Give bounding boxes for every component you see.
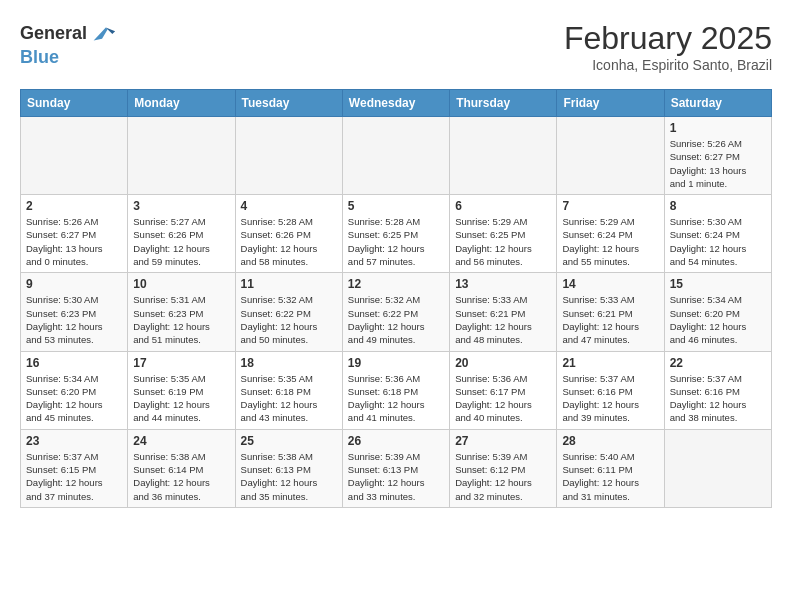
calendar-cell <box>128 117 235 195</box>
day-info: Sunrise: 5:38 AM Sunset: 6:13 PM Dayligh… <box>241 450 337 503</box>
title-area: February 2025 Iconha, Espirito Santo, Br… <box>564 20 772 73</box>
day-number: 4 <box>241 199 337 213</box>
calendar-cell: 10Sunrise: 5:31 AM Sunset: 6:23 PM Dayli… <box>128 273 235 351</box>
day-number: 27 <box>455 434 551 448</box>
day-info: Sunrise: 5:39 AM Sunset: 6:12 PM Dayligh… <box>455 450 551 503</box>
logo: General Blue <box>20 20 117 68</box>
calendar-cell <box>342 117 449 195</box>
day-info: Sunrise: 5:29 AM Sunset: 6:25 PM Dayligh… <box>455 215 551 268</box>
calendar-cell: 14Sunrise: 5:33 AM Sunset: 6:21 PM Dayli… <box>557 273 664 351</box>
day-number: 6 <box>455 199 551 213</box>
day-info: Sunrise: 5:26 AM Sunset: 6:27 PM Dayligh… <box>26 215 122 268</box>
day-number: 3 <box>133 199 229 213</box>
calendar-cell <box>235 117 342 195</box>
day-info: Sunrise: 5:39 AM Sunset: 6:13 PM Dayligh… <box>348 450 444 503</box>
calendar-cell: 12Sunrise: 5:32 AM Sunset: 6:22 PM Dayli… <box>342 273 449 351</box>
day-number: 28 <box>562 434 658 448</box>
calendar-cell <box>450 117 557 195</box>
day-info: Sunrise: 5:35 AM Sunset: 6:18 PM Dayligh… <box>241 372 337 425</box>
day-number: 24 <box>133 434 229 448</box>
day-info: Sunrise: 5:30 AM Sunset: 6:24 PM Dayligh… <box>670 215 766 268</box>
day-number: 17 <box>133 356 229 370</box>
day-info: Sunrise: 5:33 AM Sunset: 6:21 PM Dayligh… <box>455 293 551 346</box>
calendar-cell: 21Sunrise: 5:37 AM Sunset: 6:16 PM Dayli… <box>557 351 664 429</box>
calendar-cell: 8Sunrise: 5:30 AM Sunset: 6:24 PM Daylig… <box>664 195 771 273</box>
day-number: 13 <box>455 277 551 291</box>
calendar-cell: 5Sunrise: 5:28 AM Sunset: 6:25 PM Daylig… <box>342 195 449 273</box>
calendar-cell <box>21 117 128 195</box>
day-number: 12 <box>348 277 444 291</box>
calendar-header-row: SundayMondayTuesdayWednesdayThursdayFrid… <box>21 90 772 117</box>
calendar-week-3: 9Sunrise: 5:30 AM Sunset: 6:23 PM Daylig… <box>21 273 772 351</box>
calendar-cell: 26Sunrise: 5:39 AM Sunset: 6:13 PM Dayli… <box>342 429 449 507</box>
calendar-cell: 7Sunrise: 5:29 AM Sunset: 6:24 PM Daylig… <box>557 195 664 273</box>
day-number: 5 <box>348 199 444 213</box>
calendar-cell: 15Sunrise: 5:34 AM Sunset: 6:20 PM Dayli… <box>664 273 771 351</box>
day-info: Sunrise: 5:34 AM Sunset: 6:20 PM Dayligh… <box>26 372 122 425</box>
day-number: 15 <box>670 277 766 291</box>
month-title: February 2025 <box>564 20 772 57</box>
day-number: 21 <box>562 356 658 370</box>
day-number: 11 <box>241 277 337 291</box>
day-number: 2 <box>26 199 122 213</box>
location-subtitle: Iconha, Espirito Santo, Brazil <box>564 57 772 73</box>
day-info: Sunrise: 5:26 AM Sunset: 6:27 PM Dayligh… <box>670 137 766 190</box>
calendar-cell <box>664 429 771 507</box>
day-info: Sunrise: 5:40 AM Sunset: 6:11 PM Dayligh… <box>562 450 658 503</box>
calendar-cell: 18Sunrise: 5:35 AM Sunset: 6:18 PM Dayli… <box>235 351 342 429</box>
day-info: Sunrise: 5:37 AM Sunset: 6:15 PM Dayligh… <box>26 450 122 503</box>
day-number: 20 <box>455 356 551 370</box>
weekday-header-friday: Friday <box>557 90 664 117</box>
calendar-cell: 16Sunrise: 5:34 AM Sunset: 6:20 PM Dayli… <box>21 351 128 429</box>
day-info: Sunrise: 5:30 AM Sunset: 6:23 PM Dayligh… <box>26 293 122 346</box>
day-number: 18 <box>241 356 337 370</box>
calendar-cell: 4Sunrise: 5:28 AM Sunset: 6:26 PM Daylig… <box>235 195 342 273</box>
day-info: Sunrise: 5:34 AM Sunset: 6:20 PM Dayligh… <box>670 293 766 346</box>
day-number: 8 <box>670 199 766 213</box>
calendar-cell: 1Sunrise: 5:26 AM Sunset: 6:27 PM Daylig… <box>664 117 771 195</box>
weekday-header-wednesday: Wednesday <box>342 90 449 117</box>
day-number: 9 <box>26 277 122 291</box>
calendar-cell: 6Sunrise: 5:29 AM Sunset: 6:25 PM Daylig… <box>450 195 557 273</box>
weekday-header-tuesday: Tuesday <box>235 90 342 117</box>
day-number: 23 <box>26 434 122 448</box>
day-info: Sunrise: 5:36 AM Sunset: 6:18 PM Dayligh… <box>348 372 444 425</box>
calendar-cell: 23Sunrise: 5:37 AM Sunset: 6:15 PM Dayli… <box>21 429 128 507</box>
day-info: Sunrise: 5:31 AM Sunset: 6:23 PM Dayligh… <box>133 293 229 346</box>
calendar-week-2: 2Sunrise: 5:26 AM Sunset: 6:27 PM Daylig… <box>21 195 772 273</box>
svg-marker-1 <box>106 27 115 34</box>
day-number: 19 <box>348 356 444 370</box>
calendar-cell: 28Sunrise: 5:40 AM Sunset: 6:11 PM Dayli… <box>557 429 664 507</box>
page-header: General Blue February 2025 Iconha, Espir… <box>20 20 772 73</box>
day-number: 7 <box>562 199 658 213</box>
weekday-header-thursday: Thursday <box>450 90 557 117</box>
calendar-week-1: 1Sunrise: 5:26 AM Sunset: 6:27 PM Daylig… <box>21 117 772 195</box>
logo-icon <box>89 20 117 48</box>
calendar-table: SundayMondayTuesdayWednesdayThursdayFrid… <box>20 89 772 508</box>
day-info: Sunrise: 5:29 AM Sunset: 6:24 PM Dayligh… <box>562 215 658 268</box>
day-info: Sunrise: 5:37 AM Sunset: 6:16 PM Dayligh… <box>670 372 766 425</box>
calendar-cell: 27Sunrise: 5:39 AM Sunset: 6:12 PM Dayli… <box>450 429 557 507</box>
day-info: Sunrise: 5:37 AM Sunset: 6:16 PM Dayligh… <box>562 372 658 425</box>
calendar-cell: 9Sunrise: 5:30 AM Sunset: 6:23 PM Daylig… <box>21 273 128 351</box>
calendar-cell: 13Sunrise: 5:33 AM Sunset: 6:21 PM Dayli… <box>450 273 557 351</box>
day-info: Sunrise: 5:28 AM Sunset: 6:25 PM Dayligh… <box>348 215 444 268</box>
calendar-cell: 17Sunrise: 5:35 AM Sunset: 6:19 PM Dayli… <box>128 351 235 429</box>
day-info: Sunrise: 5:33 AM Sunset: 6:21 PM Dayligh… <box>562 293 658 346</box>
weekday-header-saturday: Saturday <box>664 90 771 117</box>
weekday-header-sunday: Sunday <box>21 90 128 117</box>
day-number: 1 <box>670 121 766 135</box>
day-number: 25 <box>241 434 337 448</box>
calendar-week-4: 16Sunrise: 5:34 AM Sunset: 6:20 PM Dayli… <box>21 351 772 429</box>
calendar-cell: 24Sunrise: 5:38 AM Sunset: 6:14 PM Dayli… <box>128 429 235 507</box>
calendar-cell: 20Sunrise: 5:36 AM Sunset: 6:17 PM Dayli… <box>450 351 557 429</box>
day-info: Sunrise: 5:32 AM Sunset: 6:22 PM Dayligh… <box>348 293 444 346</box>
calendar-cell <box>557 117 664 195</box>
day-number: 14 <box>562 277 658 291</box>
calendar-cell: 3Sunrise: 5:27 AM Sunset: 6:26 PM Daylig… <box>128 195 235 273</box>
logo-blue-text: Blue <box>20 47 59 67</box>
logo-text: General <box>20 24 87 44</box>
calendar-week-5: 23Sunrise: 5:37 AM Sunset: 6:15 PM Dayli… <box>21 429 772 507</box>
day-info: Sunrise: 5:35 AM Sunset: 6:19 PM Dayligh… <box>133 372 229 425</box>
calendar-cell: 22Sunrise: 5:37 AM Sunset: 6:16 PM Dayli… <box>664 351 771 429</box>
